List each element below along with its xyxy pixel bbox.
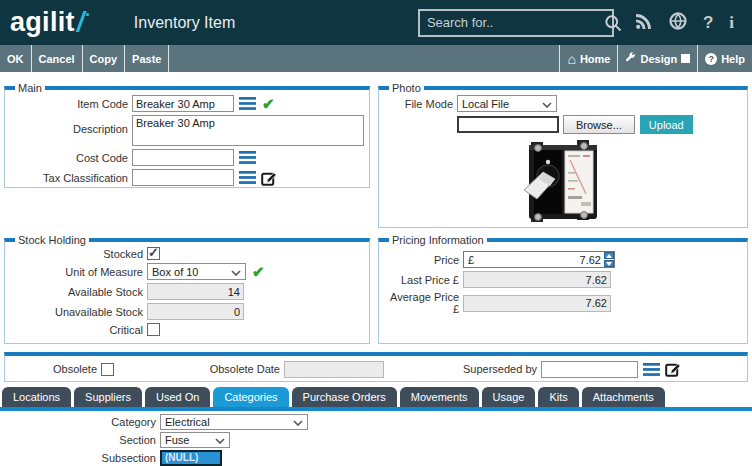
subsection-select[interactable]: (NULL) bbox=[160, 450, 222, 466]
page-title: Inventory Item bbox=[134, 14, 235, 32]
chevron-down-icon bbox=[542, 98, 552, 110]
tab-bar: LocationsSuppliersUsed OnCategoriesPurch… bbox=[2, 387, 665, 407]
wrench-icon bbox=[625, 52, 636, 65]
chevron-down-icon bbox=[215, 434, 225, 446]
globe-icon[interactable] bbox=[669, 12, 687, 33]
rss-icon[interactable] bbox=[634, 13, 653, 33]
header-icon-group: ? i bbox=[634, 12, 734, 33]
copy-button[interactable]: Copy bbox=[83, 45, 126, 72]
paste-button[interactable]: Paste bbox=[125, 45, 169, 72]
unit-of-measure-select[interactable]: Box of 10 bbox=[147, 263, 246, 280]
tab-locations[interactable]: Locations bbox=[2, 387, 71, 407]
last-price-field bbox=[463, 271, 611, 288]
critical-checkbox[interactable] bbox=[147, 323, 160, 336]
section-label: Section bbox=[0, 434, 160, 446]
tab-attachments[interactable]: Attachments bbox=[582, 387, 665, 407]
design-state-square bbox=[681, 54, 690, 63]
chevron-down-icon bbox=[293, 416, 303, 428]
circuit-breaker-photo bbox=[515, 138, 611, 230]
tax-classification-input[interactable] bbox=[132, 169, 234, 186]
tab-categories[interactable]: Categories bbox=[213, 387, 288, 407]
inventory-item-window: agilit/▪ Inventory Item bbox=[0, 0, 752, 466]
description-textarea[interactable]: Breaker 30 Amp bbox=[132, 115, 364, 146]
photo-section: Photo File Mode Local File Browse... Upl… bbox=[378, 82, 748, 228]
design-button[interactable]: Design bbox=[617, 45, 697, 72]
item-code-lookup-menu-icon[interactable] bbox=[239, 97, 256, 110]
cost-code-lookup-menu-icon[interactable] bbox=[239, 151, 256, 164]
item-code-input[interactable] bbox=[132, 95, 234, 112]
obsolete-date-label: Obsolete Date bbox=[176, 363, 284, 375]
tab-usage[interactable]: Usage bbox=[482, 387, 536, 407]
photo-file-path-input[interactable] bbox=[457, 116, 559, 133]
subsection-label: Subsection bbox=[0, 452, 160, 464]
stock-holding-section: Stock Holding Stocked Unit of Measure Bo… bbox=[4, 234, 370, 344]
help-icon[interactable]: ? bbox=[703, 14, 713, 31]
cancel-button[interactable]: Cancel bbox=[32, 45, 83, 72]
superseded-by-edit-icon[interactable] bbox=[665, 361, 681, 377]
price-value: 7.62 bbox=[474, 254, 604, 266]
action-toolbar: OK Cancel Copy Paste ⌂ Home Design ? Hel… bbox=[0, 45, 752, 72]
categories-tab-content: Category Electrical Section Fuse Subsect… bbox=[0, 414, 752, 466]
agility-logo: agilit/▪ bbox=[10, 9, 90, 36]
main-section: Main Item Code ✔ Description Breaker 30 … bbox=[4, 82, 370, 188]
toolbar-right-group: ⌂ Home Design ? Help bbox=[559, 45, 752, 72]
app-header: agilit/▪ Inventory Item bbox=[0, 0, 752, 45]
price-spinner[interactable] bbox=[604, 252, 614, 267]
price-input[interactable]: £ 7.62 bbox=[463, 251, 615, 268]
cost-code-input[interactable] bbox=[132, 149, 234, 166]
obsolete-date-field bbox=[284, 361, 384, 378]
unavailable-stock-field bbox=[147, 303, 244, 320]
unit-of-measure-label: Unit of Measure bbox=[9, 266, 147, 278]
global-search[interactable] bbox=[418, 9, 614, 37]
available-stock-label: Available Stock bbox=[9, 286, 147, 298]
stocked-checkbox[interactable] bbox=[147, 247, 160, 260]
price-label: Price bbox=[383, 254, 463, 266]
unit-of-measure-valid-check-icon: ✔ bbox=[252, 264, 265, 279]
average-price-label: Average Price £ bbox=[383, 291, 463, 315]
home-button[interactable]: ⌂ Home bbox=[559, 45, 617, 72]
tax-classification-label: Tax Classification bbox=[9, 172, 132, 184]
upload-button[interactable]: Upload bbox=[640, 115, 693, 134]
tab-used-on[interactable]: Used On bbox=[145, 387, 210, 407]
item-code-label: Item Code bbox=[9, 98, 132, 110]
critical-label: Critical bbox=[9, 324, 147, 336]
category-select[interactable]: Electrical bbox=[160, 414, 308, 430]
available-stock-field bbox=[147, 283, 244, 300]
tab-purchase-orders[interactable]: Purchase Orders bbox=[292, 387, 397, 407]
home-icon: ⌂ bbox=[567, 51, 575, 67]
chevron-down-icon bbox=[231, 266, 241, 278]
search-icon[interactable] bbox=[603, 13, 623, 33]
stock-holding-legend: Stock Holding bbox=[15, 234, 89, 246]
tax-classification-lookup-menu-icon[interactable] bbox=[239, 171, 256, 184]
help-circle-icon: ? bbox=[705, 53, 717, 65]
average-price-field bbox=[463, 295, 611, 312]
search-input[interactable] bbox=[427, 15, 603, 30]
superseded-by-lookup-menu-icon[interactable] bbox=[643, 363, 660, 376]
tab-underline-bar bbox=[0, 407, 752, 411]
main-legend: Main bbox=[15, 82, 45, 94]
obsolete-label: Obsolete bbox=[9, 363, 101, 375]
ok-button[interactable]: OK bbox=[0, 45, 32, 72]
obsolete-checkbox[interactable] bbox=[101, 363, 114, 376]
section-select[interactable]: Fuse bbox=[160, 432, 230, 448]
superseded-by-input[interactable] bbox=[541, 361, 638, 378]
photo-legend: Photo bbox=[389, 82, 424, 94]
tax-classification-edit-icon[interactable] bbox=[261, 170, 277, 186]
help-button[interactable]: ? Help bbox=[697, 45, 752, 72]
file-mode-label: File Mode bbox=[383, 98, 457, 110]
superseded-by-label: Superseded by bbox=[463, 363, 541, 375]
description-label: Description bbox=[9, 123, 132, 135]
browse-button[interactable]: Browse... bbox=[563, 115, 635, 134]
tab-movements[interactable]: Movements bbox=[400, 387, 479, 407]
pricing-legend: Pricing Information bbox=[389, 234, 487, 246]
tab-kits[interactable]: Kits bbox=[538, 387, 578, 407]
last-price-label: Last Price £ bbox=[383, 274, 463, 286]
info-icon[interactable]: i bbox=[729, 14, 734, 31]
category-label: Category bbox=[0, 416, 160, 428]
stocked-label: Stocked bbox=[9, 248, 147, 260]
obsolete-section: Obsolete Obsolete Date Superseded by bbox=[4, 352, 748, 382]
tab-suppliers[interactable]: Suppliers bbox=[74, 387, 142, 407]
unavailable-stock-label: Unavailable Stock bbox=[9, 306, 147, 318]
pricing-section: Pricing Information Price £ 7.62 Last Pr… bbox=[378, 234, 748, 344]
file-mode-select[interactable]: Local File bbox=[457, 95, 557, 112]
